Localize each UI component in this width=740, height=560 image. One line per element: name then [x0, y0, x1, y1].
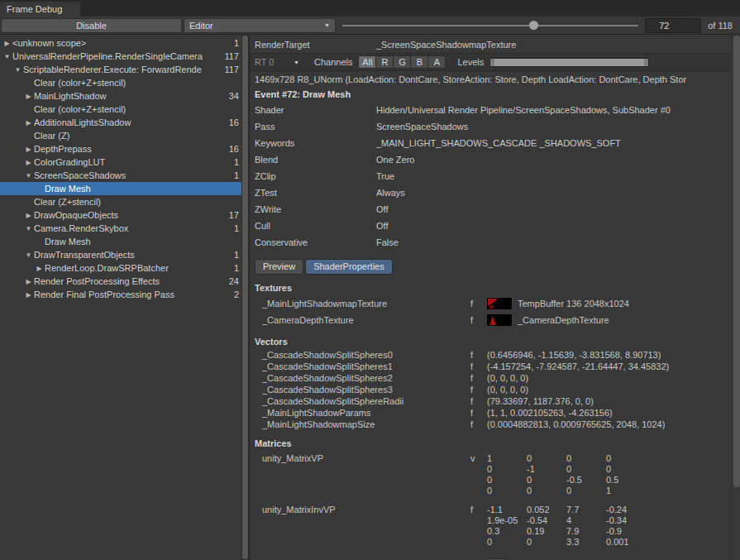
chevron-right-icon[interactable]: ▶ — [23, 119, 34, 127]
tree-row[interactable]: Clear (color+Z+stencil) — [0, 103, 249, 116]
chevron-down-icon[interactable]: ▼ — [23, 251, 34, 259]
tree-row[interactable]: Draw Mesh — [0, 235, 249, 248]
chevron-right-icon[interactable]: ▶ — [2, 40, 12, 47]
render-target-label: RenderTarget — [255, 40, 376, 50]
levels-slider[interactable] — [489, 58, 649, 67]
chevron-down-icon[interactable]: ▼ — [12, 66, 23, 74]
details-tabs: Preview ShaderProperties — [255, 259, 740, 275]
matrix-cell: 0.3 — [487, 526, 527, 537]
section-title-textures: Textures — [250, 281, 740, 295]
channel-all-button[interactable]: All — [358, 55, 376, 69]
texture-thumbnail[interactable] — [487, 314, 512, 326]
tree-row-selected[interactable]: Draw Mesh — [0, 182, 249, 195]
vector-flag: f — [470, 396, 487, 406]
tree-item-count: 1 — [234, 250, 239, 260]
vector-name: _CascadeShadowSplitSpheres2 — [262, 373, 470, 383]
chevron-down-icon[interactable]: ▼ — [23, 172, 34, 179]
matrix-cell: 0.19 — [527, 526, 566, 537]
tree-row[interactable]: ▼ ScriptableRenderer.Execute: ForwardRen… — [0, 63, 249, 76]
matrix-cell: 0.052 — [527, 505, 566, 515]
chevron-right-icon[interactable]: ▶ — [23, 159, 34, 166]
frame-debug-toolbar: Disable Editor ▼ of 118 — [0, 17, 740, 35]
frame-slider[interactable] — [342, 18, 638, 33]
tree-scrollbar-thumb[interactable] — [242, 36, 248, 559]
chevron-right-icon[interactable]: ▶ — [23, 212, 34, 219]
tree-row[interactable]: ▶ AdditionalLightsShadow 16 — [0, 116, 249, 129]
chevron-right-icon[interactable]: ▶ — [23, 146, 34, 153]
tree-row[interactable]: ▶ <unknown scope> 1 — [0, 36, 249, 50]
matrix-cell: 0 — [487, 537, 527, 548]
matrix-cell: 3.3 — [566, 537, 606, 548]
matrix-row: unity_MatrixVP v 1 0 0 0 0 -1 0 0 0 0 -0… — [250, 453, 740, 496]
vector-value: (0.6456946, -1.15639, -3.831568, 8.90713… — [487, 350, 661, 360]
tree-row[interactable]: ▶ Render Final PostProcessing Pass 2 — [0, 288, 249, 301]
tree-scrollbar[interactable] — [241, 35, 249, 560]
tree-row[interactable]: ▼ DrawTransparentObjects 1 — [0, 248, 249, 261]
tree-row[interactable]: ▶ ColorGradingLUT 1 — [0, 156, 249, 169]
tree-row[interactable]: ▼ UniversalRenderPipeline.RenderSingleCa… — [0, 50, 249, 63]
property-value: Off — [376, 204, 728, 214]
target-dropdown[interactable]: Editor ▼ — [184, 18, 336, 33]
window-tab-frame-debug[interactable]: Frame Debug — [0, 2, 80, 17]
tree-item-count: 1 — [234, 170, 239, 180]
matrix-cell: 0 — [606, 453, 646, 464]
vector-flag: f — [470, 350, 487, 360]
chevron-right-icon[interactable]: ▶ — [23, 93, 34, 100]
channel-b-button[interactable]: B — [410, 55, 428, 69]
matrix-cell: 1.9e-05 — [487, 515, 527, 526]
tree-row[interactable]: Clear (Z) — [0, 129, 249, 142]
channel-r-button[interactable]: R — [375, 55, 394, 69]
tree-item-label: Camera.RenderSkybox — [34, 223, 234, 233]
property-row: ZTest Always — [250, 184, 740, 201]
chevron-down-icon: ▼ — [294, 60, 299, 65]
details-scrollbar-thumb[interactable] — [733, 36, 740, 487]
chevron-right-icon[interactable]: ▶ — [23, 278, 34, 285]
channel-g-button[interactable]: G — [393, 55, 411, 69]
tree-item-label: Clear (Z+stencil) — [34, 197, 239, 207]
tree-item-label: Clear (color+Z+stencil) — [34, 78, 239, 88]
texture-row: _MainLightShadowmapTexture f TempBuffer … — [250, 295, 740, 312]
channels-label: Channels — [314, 57, 352, 67]
tree-row[interactable]: ▶ RenderLoop.DrawSRPBatcher 1 — [0, 261, 249, 275]
property-value: Hidden/Universal Render Pipeline/ScreenS… — [376, 105, 728, 115]
render-target-value: _ScreenSpaceShadowmapTexture — [376, 40, 728, 50]
tree-row[interactable]: ▶ DepthPrepass 16 — [0, 142, 249, 156]
chevron-right-icon[interactable]: ▶ — [23, 291, 34, 299]
tab-preview[interactable]: Preview — [255, 259, 303, 275]
tree-item-label: Draw Mesh — [45, 237, 239, 246]
tree-item-label: DepthPrepass — [34, 144, 229, 154]
section-title-matrices: Matrices — [250, 437, 740, 451]
chevron-down-icon[interactable]: ▼ — [2, 53, 12, 60]
matrix-flag: f — [470, 505, 487, 515]
property-label: Conservative — [255, 237, 376, 247]
disable-button[interactable]: Disable — [1, 18, 182, 33]
tree-item-count: 24 — [229, 276, 239, 286]
rt-dropdown[interactable]: RT 0 ▼ — [255, 57, 303, 67]
vector-row: _MainLightShadowParams f (1, 1, 0.002105… — [250, 407, 740, 419]
details-scrollbar[interactable] — [731, 35, 740, 560]
tab-shader-properties[interactable]: ShaderProperties — [305, 259, 393, 275]
tree-row[interactable]: ▶ MainLightShadow 34 — [0, 89, 249, 103]
matrix-cell: 7.9 — [566, 526, 606, 537]
chevron-right-icon[interactable]: ▶ — [34, 265, 45, 272]
frame-number-field[interactable] — [645, 18, 701, 33]
texture-thumbnail[interactable] — [487, 298, 512, 309]
frame-debugger-window: Frame Debug Disable Editor ▼ of 118 ▶ <u… — [0, 0, 740, 560]
tree-row[interactable]: ▼ Camera.RenderSkybox 1 — [0, 222, 249, 235]
matrix-cell: 0.5 — [606, 475, 646, 486]
channel-a-button[interactable]: A — [427, 55, 446, 69]
vector-value: (-4.157254, -7.924587, -21.64447, 34.458… — [487, 361, 669, 371]
tree-row[interactable]: ▼ ScreenSpaceShadows 1 — [0, 169, 249, 182]
vector-name: _MainLightShadowParams — [262, 408, 470, 418]
tree-row[interactable]: ▶ Render PostProcessing Effects 24 — [0, 275, 249, 288]
tree-row[interactable]: Clear (Z+stencil) — [0, 195, 249, 208]
slider-handle[interactable] — [529, 21, 538, 30]
matrix-cell: -1 — [527, 464, 566, 475]
property-row: Pass ScreenSpaceShadows — [250, 118, 740, 135]
matrix-cell: 0 — [487, 464, 527, 475]
tree-row[interactable]: ▶ DrawOpaqueObjects 17 — [0, 208, 249, 222]
tree-item-count: 1 — [234, 223, 239, 233]
chevron-down-icon[interactable]: ▼ — [23, 225, 34, 232]
vector-value: (0, 0, 0, 0) — [487, 385, 528, 395]
tree-row[interactable]: Clear (color+Z+stencil) — [0, 76, 249, 89]
